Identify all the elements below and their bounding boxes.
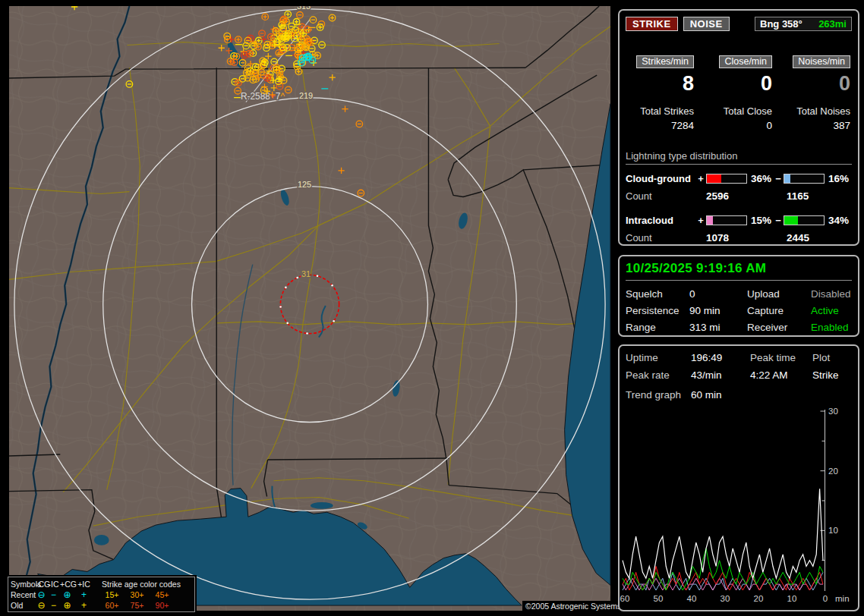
plus-sign: +	[695, 173, 706, 184]
strike-stats-panel: STRIKE NOISE Bng 358° 263mi Strikes/min …	[618, 9, 859, 246]
plus-icon: +	[74, 600, 93, 611]
age-code-60: 60+	[99, 600, 125, 611]
cg-negative-count: 1165	[787, 190, 852, 202]
age-code-45: 45+	[150, 589, 175, 600]
strike-button[interactable]: STRIKE	[626, 17, 678, 31]
circle-minus-icon: ⊖	[36, 589, 47, 600]
map-area[interactable]: R-2588+7^ 313 219 125 31	[6, 6, 613, 611]
legend-neg-ic-label: -IC	[47, 579, 60, 589]
trend-graph-span: 60 min	[691, 389, 852, 401]
upload-status: Disabled	[811, 288, 852, 300]
legend-row-old: Old ⊖ − ⊕ + 60+ 75+ 90+	[11, 600, 192, 611]
trend-y-tick-label: 10	[828, 526, 838, 535]
legend-age-title: Strike age color codes	[93, 579, 192, 589]
legend-recent-label: Recent	[11, 589, 36, 600]
peak-time-value: 4:22 AM	[750, 369, 812, 381]
legend-row-recent: Recent ⊖ − ⊕ + 15+ 30+ 45+	[11, 589, 192, 600]
peak-time-label: Peak time	[750, 352, 812, 363]
trend-y-tick-label: 30	[828, 407, 838, 416]
trend-x-tick-label: 10	[787, 594, 797, 603]
legend-pos-ic-label: +IC	[74, 579, 93, 589]
symbol-legend: Symbols -CG -IC +CG +IC Strike age color…	[8, 577, 195, 612]
lightning-map[interactable]: R-2588+7^ 313 219 125 31	[6, 6, 613, 611]
peak-rate-value: 43/min	[691, 369, 750, 381]
capture-label: Capture	[747, 305, 811, 316]
age-code-30: 30+	[125, 589, 150, 600]
total-noises-value: 387	[784, 120, 850, 131]
plus-icon: +	[74, 589, 93, 600]
plot-label: Plot	[812, 352, 852, 363]
minus-icon: −	[47, 600, 60, 611]
cg-negative-pct: 16%	[825, 173, 852, 184]
upload-label: Upload	[747, 288, 811, 300]
settings-row: Squelch 0 Upload Disabled	[626, 288, 852, 300]
ring-label-125: 125	[298, 180, 311, 189]
total-strikes-value: 7284	[627, 120, 694, 131]
strikes-per-min-column: Strikes/min 8 Total Strikes 7284	[627, 54, 694, 131]
persistence-value: 90 min	[689, 305, 747, 316]
close-per-min-header: Close/min	[719, 55, 772, 68]
settings-row: Range 313 mi Receiver Enabled	[626, 322, 852, 333]
circle-plus-icon: ⊕	[60, 589, 74, 600]
capture-status: Active	[811, 305, 852, 316]
trend-x-tick-label: 60	[620, 594, 630, 603]
plot-mode-value: Strike	[812, 369, 852, 381]
settings-row: Persistence 90 min Capture Active	[626, 305, 852, 316]
bearing-value: Bng 358°	[760, 18, 803, 30]
range-value: 313 mi	[689, 322, 747, 333]
ring-label-219: 219	[299, 91, 313, 100]
plus-sign: +	[695, 215, 706, 226]
strikes-per-min-header: Strikes/min	[636, 55, 694, 68]
age-code-75: 75+	[125, 600, 150, 611]
intracloud-label: Intracloud	[626, 215, 695, 226]
circle-plus-icon: ⊕	[60, 600, 74, 611]
cloud-ground-count-row: Count 2596 1165	[626, 190, 852, 202]
age-code-90: 90+	[150, 600, 175, 611]
noise-button[interactable]: NOISE	[683, 17, 730, 31]
total-noises-label: Total Noises	[784, 105, 850, 117]
trend-x-tick-label: 30	[721, 594, 730, 603]
ic-negative-pct: 34%	[825, 215, 852, 226]
total-close-label: Total Close	[705, 105, 772, 117]
age-code-15: 15+	[99, 589, 125, 600]
minus-sign: −	[773, 215, 784, 226]
trend-x-tick-label: 40	[687, 594, 697, 603]
close-per-min-column: Close/min 0 Total Close 0	[705, 54, 772, 131]
minus-sign: −	[773, 173, 784, 184]
cloud-ground-row: Cloud-ground + 36% − 16%	[626, 171, 852, 185]
legend-pos-cg-label: +CG	[60, 579, 74, 589]
noises-per-min-value: 0	[784, 73, 850, 94]
legend-symbols-label: Symbols	[11, 579, 36, 589]
squelch-label: Squelch	[626, 288, 689, 300]
range-label: Range	[626, 322, 689, 333]
lightning-distribution-section: Lightning type distribution Cloud-ground…	[626, 150, 852, 244]
circle-minus-icon: ⊖	[36, 600, 47, 611]
cg-positive-bar	[706, 174, 747, 184]
uptime-label: Uptime	[626, 352, 691, 363]
ic-negative-count: 2445	[787, 232, 852, 244]
copyright-notice: ©2005 Astrogenic Systems	[522, 601, 624, 611]
trend-series--CG	[623, 572, 823, 590]
intracloud-row: Intracloud + 15% − 34%	[626, 213, 852, 227]
datetime-settings-panel: 10/25/2025 9:19:16 AM Squelch 0 Upload D…	[618, 255, 859, 337]
legend-neg-cg-label: -CG	[36, 579, 47, 589]
app-window: { "map": { "rings": [ {"label": "313"}, …	[0, 0, 864, 616]
ring-label-313: 313	[297, 6, 311, 11]
trend-x-tick-label: 20	[754, 594, 764, 603]
trend-x-tick-label: 0	[823, 594, 828, 603]
total-close-value: 0	[705, 120, 772, 131]
legend-old-label: Old	[11, 600, 36, 611]
trend-y-tick-label: 20	[828, 467, 838, 476]
trend-graph-row: Trend graph 60 min	[626, 389, 852, 401]
legend-header: Symbols -CG -IC +CG +IC Strike age color…	[11, 579, 192, 589]
ic-negative-bar	[784, 215, 825, 225]
noises-per-min-column: Noises/min 0 Total Noises 387	[784, 54, 850, 131]
status-row: Uptime 196:49 Peak time Plot	[626, 352, 852, 363]
trend-x-axis-unit: min	[835, 594, 850, 603]
minus-icon: −	[47, 589, 60, 600]
ic-positive-count: 1078	[706, 232, 787, 244]
close-per-min-value: 0	[705, 73, 772, 94]
strikes-per-min-value: 8	[627, 73, 694, 94]
trend-series-Total	[623, 489, 823, 578]
current-datetime: 10/25/2025 9:19:16 AM	[626, 261, 852, 281]
